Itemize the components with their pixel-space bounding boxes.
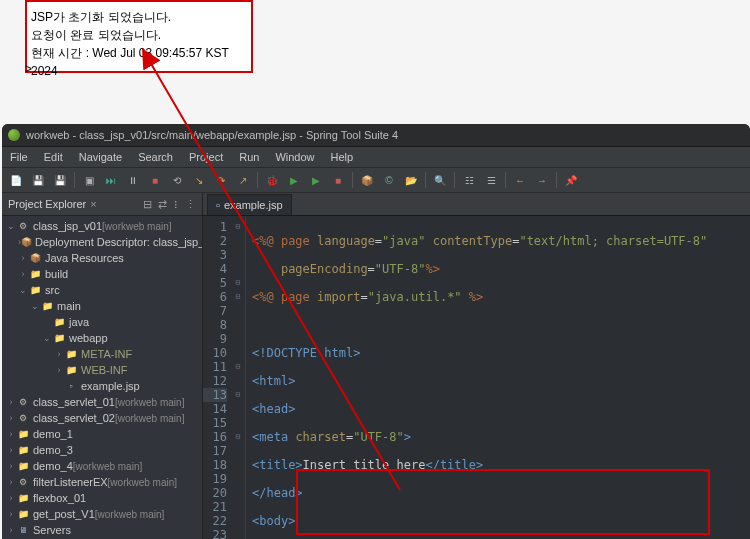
expand-icon[interactable]: › xyxy=(6,461,16,471)
fold-mark[interactable] xyxy=(231,500,245,514)
tree-node[interactable]: ⌄📁src xyxy=(2,282,202,298)
tree-node[interactable]: ▫example.jsp xyxy=(2,378,202,394)
menu-help[interactable]: Help xyxy=(331,151,354,163)
menu-run[interactable]: Run xyxy=(239,151,259,163)
skip-icon[interactable]: ⏭ xyxy=(103,172,119,188)
run-icon[interactable]: ▶ xyxy=(286,172,302,188)
back-icon[interactable]: ← xyxy=(512,172,528,188)
expand-icon[interactable]: ⌄ xyxy=(30,301,40,311)
menu-icon[interactable]: ⋮ xyxy=(185,198,196,211)
expand-icon[interactable]: › xyxy=(6,525,16,535)
fwd-icon[interactable]: → xyxy=(534,172,550,188)
fold-mark[interactable] xyxy=(231,528,245,539)
menu-navigate[interactable]: Navigate xyxy=(79,151,122,163)
tree-node[interactable]: 📁java xyxy=(2,314,202,330)
expand-icon[interactable]: ⌄ xyxy=(18,285,28,295)
outline-icon[interactable]: ☷ xyxy=(461,172,477,188)
fold-mark[interactable] xyxy=(231,318,245,332)
collapse-icon[interactable]: ⊟ xyxy=(143,198,152,211)
expand-icon[interactable]: ⌄ xyxy=(42,333,52,343)
tree-node[interactable]: ⌄⚙class_jsp_v01 [workweb main] xyxy=(2,218,202,234)
fold-mark[interactable]: ⊟ xyxy=(231,388,245,402)
disconnect-icon[interactable]: ⟲ xyxy=(169,172,185,188)
open-icon[interactable]: 📂 xyxy=(403,172,419,188)
tree-node[interactable]: ›📦Deployment Descriptor: class_jsp_v01 xyxy=(2,234,202,250)
fold-mark[interactable]: ⊟ xyxy=(231,276,245,290)
tree-node[interactable]: ›⚙filterListenerEX [workweb main] xyxy=(2,474,202,490)
stepreturn-icon[interactable]: ↗ xyxy=(235,172,251,188)
search-icon[interactable]: 🔍 xyxy=(432,172,448,188)
fold-mark[interactable] xyxy=(231,514,245,528)
save-icon[interactable]: 💾 xyxy=(30,172,46,188)
fold-column[interactable]: ⊟⊟⊟⊟⊟⊟ xyxy=(231,216,246,539)
expand-icon[interactable]: › xyxy=(6,445,16,455)
stepinto-icon[interactable]: ↘ xyxy=(191,172,207,188)
expand-icon[interactable]: ⌄ xyxy=(6,221,16,231)
tree-node[interactable]: ›📁META-INF xyxy=(2,346,202,362)
fold-mark[interactable] xyxy=(231,486,245,500)
tree-node[interactable]: ›⚙class_servlet_01 [workweb main] xyxy=(2,394,202,410)
expand-icon[interactable]: › xyxy=(6,397,16,407)
code-area[interactable]: 1234567891011121314151617181920212223 ⊟⊟… xyxy=(203,216,750,539)
saveall-icon[interactable]: 💾 xyxy=(52,172,68,188)
fold-mark[interactable] xyxy=(231,332,245,346)
tree-node[interactable]: ⌄📁webapp xyxy=(2,330,202,346)
fold-mark[interactable] xyxy=(231,416,245,430)
newpkg-icon[interactable]: 📦 xyxy=(359,172,375,188)
menu-search[interactable]: Search xyxy=(138,151,173,163)
editor-tab[interactable]: ▫ example.jsp xyxy=(207,194,292,215)
stepover-icon[interactable]: ↷ xyxy=(213,172,229,188)
fold-mark[interactable]: ⊟ xyxy=(231,430,245,444)
fold-mark[interactable] xyxy=(231,262,245,276)
tree-node[interactable]: ›📁demo_1 xyxy=(2,426,202,442)
menu-edit[interactable]: Edit xyxy=(44,151,63,163)
fold-mark[interactable] xyxy=(231,304,245,318)
fold-mark[interactable] xyxy=(231,458,245,472)
fold-mark[interactable] xyxy=(231,472,245,486)
fold-mark[interactable]: ⊟ xyxy=(231,360,245,374)
menu-window[interactable]: Window xyxy=(275,151,314,163)
stop2-icon[interactable]: ■ xyxy=(330,172,346,188)
tree-node[interactable]: ›📦Java Resources xyxy=(2,250,202,266)
code-content[interactable]: <%@ page language="java" contentType="te… xyxy=(246,216,750,539)
fold-mark[interactable] xyxy=(231,444,245,458)
fold-mark[interactable] xyxy=(231,234,245,248)
expand-icon[interactable]: › xyxy=(54,365,64,375)
expand-icon[interactable]: › xyxy=(54,349,64,359)
filter-icon[interactable]: ⫶ xyxy=(173,198,179,211)
close-icon[interactable]: × xyxy=(90,198,96,210)
tree-node[interactable]: ›📁flexbox_01 xyxy=(2,490,202,506)
expand-icon[interactable]: › xyxy=(6,413,16,423)
pause-icon[interactable]: ⏸ xyxy=(125,172,141,188)
fold-mark[interactable] xyxy=(231,374,245,388)
tree-node[interactable]: ›📁build xyxy=(2,266,202,282)
tree-node[interactable]: ⌄📁main xyxy=(2,298,202,314)
newclass-icon[interactable]: © xyxy=(381,172,397,188)
fold-mark[interactable] xyxy=(231,248,245,262)
fold-mark[interactable]: ⊟ xyxy=(231,290,245,304)
expand-icon[interactable]: › xyxy=(18,253,28,263)
expand-icon[interactable]: › xyxy=(6,493,16,503)
tree-node[interactable]: ›📁demo_3 xyxy=(2,442,202,458)
tree-node[interactable]: ›🖥Servers xyxy=(2,522,202,538)
tree-node[interactable]: ›📁demo_4 [workweb main] xyxy=(2,458,202,474)
expand-icon[interactable]: › xyxy=(6,477,16,487)
menu-project[interactable]: Project xyxy=(189,151,223,163)
terminal-icon[interactable]: ▣ xyxy=(81,172,97,188)
tree-node[interactable]: ›📁get_post_V1 [workweb main] xyxy=(2,506,202,522)
annot-icon[interactable]: ☰ xyxy=(483,172,499,188)
expand-icon[interactable]: › xyxy=(6,429,16,439)
new-icon[interactable]: 📄 xyxy=(8,172,24,188)
tree-node[interactable]: ›⚙class_servlet_02 [workweb main] xyxy=(2,410,202,426)
debug-icon[interactable]: 🐞 xyxy=(264,172,280,188)
fold-mark[interactable] xyxy=(231,402,245,416)
expand-icon[interactable]: › xyxy=(18,269,28,279)
tree-node[interactable]: ›📁WEB-INF xyxy=(2,362,202,378)
link-icon[interactable]: ⇄ xyxy=(158,198,167,211)
fold-mark[interactable] xyxy=(231,346,245,360)
stop-icon[interactable]: ■ xyxy=(147,172,163,188)
runlast-icon[interactable]: ▶ xyxy=(308,172,324,188)
menu-file[interactable]: File xyxy=(10,151,28,163)
expand-icon[interactable]: › xyxy=(6,509,16,519)
project-tree[interactable]: ⌄⚙class_jsp_v01 [workweb main]›📦Deployme… xyxy=(2,216,202,539)
